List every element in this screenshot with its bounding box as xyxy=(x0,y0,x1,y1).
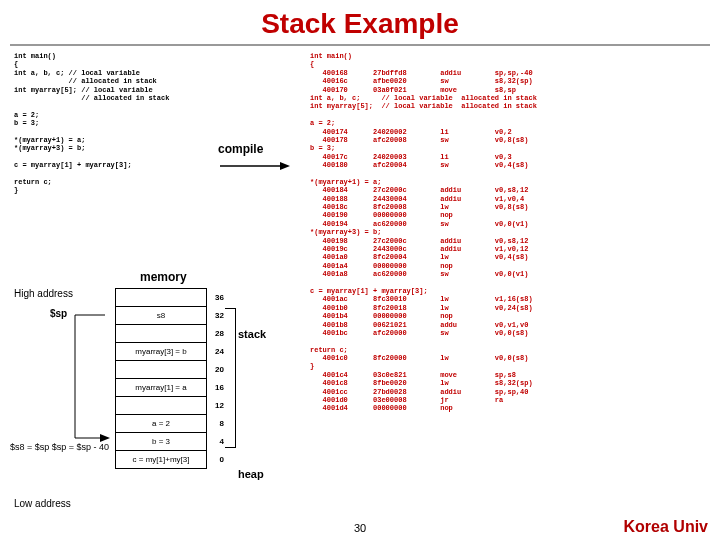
memory-row-offset: 24 xyxy=(215,347,224,356)
compile-arrow-icon xyxy=(220,156,290,164)
stack-bracket-icon xyxy=(225,308,236,448)
slide-title: Stack Example xyxy=(10,0,710,46)
memory-row: c = my[1]+my[3]0 xyxy=(116,451,206,468)
memory-row-label: c = my[1]+my[3] xyxy=(133,455,190,464)
memory-row-offset: 32 xyxy=(215,311,224,320)
low-address-label: Low address xyxy=(14,498,71,509)
sp-label: $sp xyxy=(50,308,67,319)
svg-marker-1 xyxy=(280,162,290,170)
memory-row: 12 xyxy=(116,397,206,415)
c-source-code: int main() { int a, b, c; // local varia… xyxy=(14,52,264,195)
footer-logo: Korea Univ xyxy=(624,518,708,536)
memory-row: 28 xyxy=(116,325,206,343)
memory-row-offset: 0 xyxy=(220,455,224,464)
high-address-label: High address xyxy=(14,288,73,299)
stack-label: stack xyxy=(238,328,266,340)
memory-row: s832 xyxy=(116,307,206,325)
memory-stack-box: 36s83228myarray[3] = b2420myarray[1] = a… xyxy=(115,288,207,469)
memory-row-label: myarray[1] = a xyxy=(135,383,186,392)
memory-row-label: s8 xyxy=(157,311,165,320)
memory-row: 36 xyxy=(116,289,206,307)
memory-row-offset: 12 xyxy=(215,401,224,410)
compile-label: compile xyxy=(218,142,263,156)
memory-row: myarray[3] = b24 xyxy=(116,343,206,361)
memory-row: b = 34 xyxy=(116,433,206,451)
memory-row-offset: 4 xyxy=(220,437,224,446)
memory-row-offset: 16 xyxy=(215,383,224,392)
memory-row-offset: 36 xyxy=(215,293,224,302)
memory-row-label: a = 2 xyxy=(152,419,170,428)
memory-row: myarray[1] = a16 xyxy=(116,379,206,397)
memory-row-offset: 20 xyxy=(215,365,224,374)
memory-row-label: b = 3 xyxy=(152,437,170,446)
memory-row-offset: 28 xyxy=(215,329,224,338)
memory-row-offset: 8 xyxy=(220,419,224,428)
sp-arrow-icon xyxy=(70,313,110,443)
heap-label: heap xyxy=(238,468,264,480)
slide-content: int main() { int a, b, c; // local varia… xyxy=(10,50,710,520)
page-number: 30 xyxy=(0,522,720,534)
memory-row: a = 28 xyxy=(116,415,206,433)
memory-label: memory xyxy=(140,270,187,284)
memory-row: 20 xyxy=(116,361,206,379)
svg-marker-5 xyxy=(100,434,110,442)
assembly-code: int main() { 400168 27bdffd8 addiu sp,sp… xyxy=(310,52,710,413)
sp-equation: $s8 = $sp $sp = $sp - 40 xyxy=(10,442,109,452)
memory-row-label: myarray[3] = b xyxy=(135,347,186,356)
